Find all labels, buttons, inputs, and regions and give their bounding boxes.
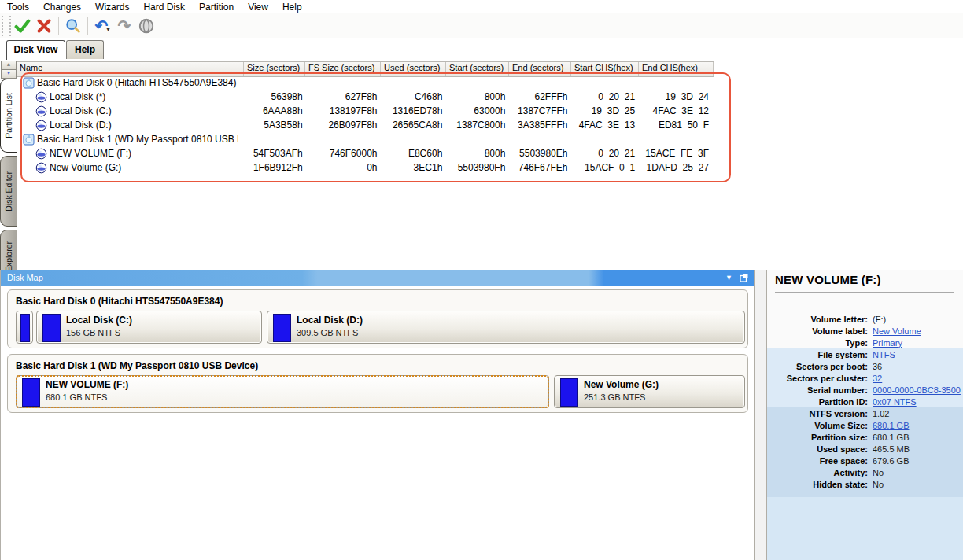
- property-value: 679.6 GB: [873, 455, 909, 467]
- table-row[interactable]: Basic Hard Disk 0 (Hitachi HTS547550A9E3…: [17, 76, 714, 90]
- disk-map-partition-block[interactable]: [16, 311, 33, 344]
- table-row[interactable]: Basic Hard Disk 1 (WD My Passport 0810 U…: [17, 132, 714, 146]
- property-row: Partition ID: 0x07 NTFS: [767, 396, 963, 408]
- property-label: Free space:: [767, 455, 873, 467]
- undo-icon[interactable]: ↶▾: [92, 16, 113, 36]
- discard-x-icon[interactable]: [34, 16, 54, 36]
- table-row[interactable]: NEW VOLUME (F:) 54F503AFh746F6000hE8C60h…: [17, 146, 714, 160]
- used-space-bar-icon: [273, 314, 291, 342]
- property-row: Partition size: 680.1 GB: [767, 432, 963, 444]
- table-row[interactable]: Local Disk (*) 56398h627F8hC468h 800h62F…: [17, 90, 714, 104]
- menu-item[interactable]: View: [241, 1, 275, 13]
- disk-map-partition-blocks: NEW VOLUME (F:) 680.1 GB NTFS New Volume…: [8, 375, 747, 409]
- partition-name: NEW VOLUME (F:): [46, 379, 128, 390]
- table-column-header[interactable]: End CHS(hex): [639, 62, 714, 76]
- partition-volume-icon: [35, 120, 47, 131]
- menu-item[interactable]: Wizards: [88, 1, 136, 13]
- apply-check-icon[interactable]: [12, 16, 32, 36]
- tab-help[interactable]: Help: [66, 40, 104, 59]
- row-label: New Volume (G:): [50, 162, 121, 173]
- disk-map-disk-group: Basic Hard Disk 1 (WD My Passport 0810 U…: [7, 354, 748, 413]
- property-label: NTFS version:: [767, 408, 873, 420]
- disk-map-partition-block[interactable]: New Volume (G:) 251.3 GB NTFS: [554, 375, 745, 408]
- sidebar-scroll-down-button[interactable]: ▼: [1, 69, 17, 79]
- used-space-bar-icon: [22, 378, 40, 407]
- property-row: Used space: 465.5 MB: [767, 444, 963, 455]
- property-label: Hidden state:: [767, 479, 873, 491]
- row-label: NEW VOLUME (F:): [50, 148, 131, 159]
- menu-item[interactable]: Hard Disk: [136, 1, 192, 13]
- property-value-link[interactable]: 32: [873, 373, 882, 385]
- hard-disk-icon: [23, 77, 35, 89]
- disk-map-partition-blocks: Local Disk (C:) 156 GB NTFS Local Disk (…: [8, 311, 747, 344]
- menu-item[interactable]: Changes: [36, 1, 88, 13]
- property-value-link[interactable]: NTFS: [873, 349, 895, 361]
- menu-item[interactable]: Help: [275, 1, 309, 13]
- panel-dropdown-caret-icon[interactable]: ▼: [725, 270, 732, 286]
- table-row[interactable]: Local Disk (D:) 5A3B58h26B097F8h26565CA8…: [17, 118, 714, 132]
- table-column-header[interactable]: Size (sectors): [244, 62, 305, 76]
- undo-dropdown-caret[interactable]: ▾: [106, 26, 109, 36]
- table-row[interactable]: Local Disk (C:) 6AAA88h138197F8h1316ED78…: [17, 104, 714, 118]
- virtual-mode-globe-icon[interactable]: [136, 16, 157, 36]
- panel-dock-icon[interactable]: [740, 274, 748, 282]
- toolbar-separator: [58, 17, 59, 35]
- property-label: Type:: [767, 337, 873, 349]
- table-column-header[interactable]: Start CHS(hex): [571, 62, 639, 76]
- partition-manager-window: { "menu": { "items": ["Tools","Changes",…: [0, 0, 963, 560]
- menu-item[interactable]: Tools: [0, 1, 36, 13]
- property-label: Sectors per boot:: [767, 361, 873, 373]
- redo-icon[interactable]: ↷: [114, 16, 135, 36]
- disk-map-body: Basic Hard Disk 0 (Hitachi HTS547550A9E3…: [1, 289, 755, 413]
- disk-map-disk-label: Basic Hard Disk 0 (Hitachi HTS547550A9E3…: [8, 290, 747, 307]
- partition-size: 680.1 GB NTFS: [46, 392, 107, 402]
- property-value-link[interactable]: Primary: [873, 337, 902, 349]
- toolbar-separator: [87, 17, 88, 35]
- disk-map-partition-block[interactable]: Local Disk (C:) 156 GB NTFS: [36, 311, 262, 344]
- table-column-header[interactable]: Name: [17, 62, 244, 76]
- property-row: Hidden state: No: [767, 479, 963, 491]
- property-value: 465.5 MB: [873, 444, 910, 455]
- property-row: Serial number: 0000-0000-0BC8-3500: [767, 385, 963, 396]
- properties-divider: [775, 292, 954, 293]
- partition-size: 309.5 GB NTFS: [297, 328, 358, 337]
- property-row: Sectors per cluster: 32: [767, 373, 963, 385]
- table-column-header[interactable]: Used (sectors): [381, 62, 446, 76]
- table-column-header[interactable]: End (sectors): [509, 62, 571, 76]
- property-label: Serial number:: [767, 385, 873, 396]
- property-row: NTFS version: 1.02: [767, 408, 963, 420]
- table-row[interactable]: New Volume (G:) 1F6B912Fh0h3EC1h 5503980…: [17, 160, 714, 175]
- partition-size: 251.3 GB NTFS: [584, 392, 645, 402]
- panel-splitter[interactable]: [754, 270, 767, 560]
- partition-list-view: ▲ ▼ Partition ListDisk Editorme Explorer…: [0, 59, 963, 270]
- property-label: Partition ID:: [767, 396, 873, 408]
- properties-title: NEW VOLUME (F:): [775, 273, 881, 286]
- property-value-link[interactable]: New Volume: [873, 326, 921, 337]
- row-label: Local Disk (D:): [50, 120, 112, 131]
- menu-item[interactable]: Partition: [192, 1, 241, 13]
- sidebar-tab-partition-list[interactable]: Partition List: [0, 79, 17, 153]
- toolbar-grip[interactable]: [2, 16, 11, 36]
- property-value-link[interactable]: 680.1 GB: [873, 420, 909, 432]
- property-value: 36: [873, 361, 882, 373]
- properties-section-band: [767, 497, 963, 560]
- table-body: Basic Hard Disk 0 (Hitachi HTS547550A9E3…: [17, 76, 714, 175]
- tab-disk-view[interactable]: Disk View: [6, 40, 65, 60]
- disk-map-partition-block[interactable]: Local Disk (D:) 309.5 GB NTFS: [267, 311, 745, 344]
- property-value-link[interactable]: 0x07 NTFS: [873, 396, 917, 408]
- toolbar: ↶▾ ↷: [0, 13, 963, 38]
- sidebar-tab-disk-editor[interactable]: Disk Editor: [0, 156, 17, 227]
- sidebar-tab-me-explorer[interactable]: me Explorer: [0, 230, 17, 270]
- table-column-header[interactable]: Start (sectors): [446, 62, 509, 76]
- table-column-header[interactable]: FS Size (sectors): [305, 62, 381, 76]
- property-value-link[interactable]: 0000-0000-0BC8-3500: [873, 385, 961, 396]
- disk-map-title: Disk Map: [7, 273, 43, 282]
- disk-map-title-bar[interactable]: Disk Map ▼: [1, 270, 755, 286]
- disk-map-partition-block[interactable]: NEW VOLUME (F:) 680.1 GB NTFS: [16, 375, 549, 408]
- preview-magnifier-icon[interactable]: [63, 16, 83, 36]
- property-value: 1.02: [873, 408, 889, 420]
- properties-list: Volume letter: (F:) Volume label: New Vo…: [767, 314, 963, 491]
- property-value: No: [873, 479, 884, 491]
- property-row: Volume letter: (F:): [767, 314, 963, 326]
- property-label: Activity:: [767, 467, 873, 479]
